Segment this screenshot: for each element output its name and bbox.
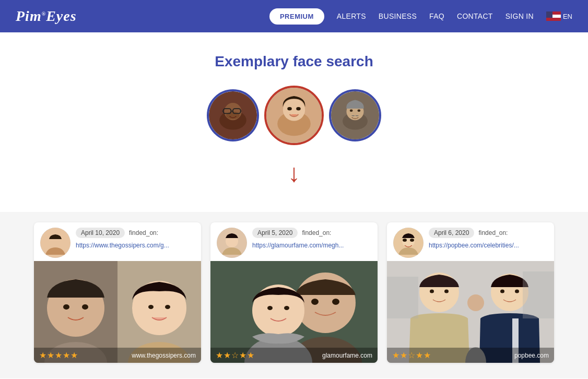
svg-point-33 <box>148 305 154 309</box>
result-card-3: April 6, 2020 finded_on: https://popbee.… <box>387 222 554 363</box>
card-2-stars: ★★☆★★ <box>216 350 255 360</box>
card-2-date: April 5, 2020 <box>252 228 298 238</box>
card-1-stars: ★★★★★ <box>39 350 78 360</box>
card-1-meta: April 10, 2020 finded_on: <box>76 228 195 238</box>
svg-point-57 <box>500 290 504 293</box>
nav-alerts[interactable]: ALERTS <box>337 12 366 20</box>
cards-row: April 10, 2020 finded_on: https://www.th… <box>16 222 572 363</box>
card-1-finded-label: finded_on: <box>129 229 158 236</box>
card-2-site: glamourfame.com <box>322 352 372 359</box>
svg-point-17 <box>296 107 300 110</box>
svg-point-22 <box>358 110 361 112</box>
card-3-stars: ★★☆★★ <box>392 350 431 360</box>
language-flag[interactable]: EN <box>546 11 572 21</box>
hero-title: Exemplary face search <box>10 53 578 70</box>
premium-button[interactable]: PREMIUM <box>269 8 324 25</box>
card-2-image: ★★☆★★ glamourfame.com <box>210 261 378 363</box>
svg-point-34 <box>165 305 170 309</box>
card-3-footer: ★★☆★★ popbee.com <box>387 348 554 363</box>
svg-point-29 <box>82 304 88 310</box>
card-2-footer: ★★☆★★ glamourfame.com <box>210 348 378 363</box>
nav-contact[interactable]: CONTACT <box>457 12 493 20</box>
svg-point-54 <box>444 290 449 293</box>
svg-point-58 <box>515 290 519 293</box>
down-arrow: ↓ <box>10 161 578 186</box>
svg-point-15 <box>283 99 305 121</box>
navbar: Pim®Eyes PREMIUM ALERTS BUSINESS FAQ CON… <box>0 0 588 32</box>
face-3-image <box>331 89 379 141</box>
card-3-image: ★★☆★★ popbee.com <box>387 261 554 363</box>
card-2-thumb <box>217 228 247 258</box>
card-2-finded-label: finded_on: <box>302 229 331 236</box>
card-3-meta: April 6, 2020 finded_on: <box>429 228 548 238</box>
card-1-site: www.thegossipers.com <box>132 352 196 359</box>
card-2-url[interactable]: https://glamourfame.com/megh... <box>252 242 344 249</box>
svg-point-44 <box>267 306 273 310</box>
logo-registered: ® <box>42 11 46 17</box>
card-1-image: ★★★★★ www.thegossipers.com <box>34 261 201 363</box>
nav-signin[interactable]: SIGN IN <box>505 12 534 20</box>
svg-rect-3 <box>546 11 552 18</box>
face-circle-3[interactable] <box>329 89 381 141</box>
site-logo[interactable]: Pim®Eyes <box>16 8 77 25</box>
svg-point-21 <box>350 110 353 112</box>
face-2-image <box>266 86 322 145</box>
card-1-header: April 10, 2020 finded_on: https://www.th… <box>34 222 201 261</box>
card-3-url[interactable]: https://popbee.com/celebrities/... <box>429 242 519 249</box>
svg-point-45 <box>284 306 289 310</box>
svg-rect-2 <box>546 18 561 21</box>
card-1-footer: ★★★★★ www.thegossipers.com <box>34 348 201 363</box>
card-3-finded-label: finded_on: <box>478 229 508 236</box>
svg-point-16 <box>287 107 291 110</box>
svg-point-48 <box>403 239 407 242</box>
face-circles <box>10 86 578 145</box>
card-1-url[interactable]: https://www.thegossipers.com/g... <box>76 242 169 249</box>
result-card-2: April 5, 2020 finded_on: https://glamour… <box>210 222 378 363</box>
face-circle-2[interactable] <box>264 86 324 145</box>
svg-point-41 <box>332 299 339 305</box>
card-2-meta: April 5, 2020 finded_on: <box>252 228 371 238</box>
nav-faq[interactable]: FAQ <box>429 12 444 20</box>
svg-point-53 <box>430 290 434 293</box>
svg-point-49 <box>410 239 414 242</box>
svg-point-61 <box>467 294 484 311</box>
face-1-image <box>209 89 257 141</box>
card-3-info: April 6, 2020 finded_on: https://popbee.… <box>429 228 548 250</box>
card-3-header: April 6, 2020 finded_on: https://popbee.… <box>387 222 554 261</box>
card-1-thumb <box>40 228 70 258</box>
card-2-header: April 5, 2020 finded_on: https://glamour… <box>210 222 378 261</box>
card-1-date: April 10, 2020 <box>76 228 125 238</box>
face-circle-1[interactable] <box>207 89 259 141</box>
svg-rect-63 <box>523 271 554 318</box>
card-2-info: April 5, 2020 finded_on: https://glamour… <box>252 228 371 250</box>
svg-point-28 <box>63 304 69 310</box>
card-1-info: April 10, 2020 finded_on: https://www.th… <box>76 228 195 250</box>
result-card-1: April 10, 2020 finded_on: https://www.th… <box>34 222 201 363</box>
nav-items: PREMIUM ALERTS BUSINESS FAQ CONTACT SIGN… <box>269 8 572 25</box>
cards-section: April 10, 2020 finded_on: https://www.th… <box>0 212 588 378</box>
lang-label: EN <box>563 13 572 20</box>
svg-point-40 <box>311 299 319 305</box>
flag-icon <box>546 11 561 21</box>
hero-section: Exemplary face search <box>0 32 588 212</box>
svg-rect-62 <box>387 277 418 318</box>
card-3-date: April 6, 2020 <box>429 228 474 238</box>
card-3-thumb <box>393 228 424 258</box>
nav-business[interactable]: BUSINESS <box>379 12 417 20</box>
card-3-site: popbee.com <box>514 352 549 359</box>
